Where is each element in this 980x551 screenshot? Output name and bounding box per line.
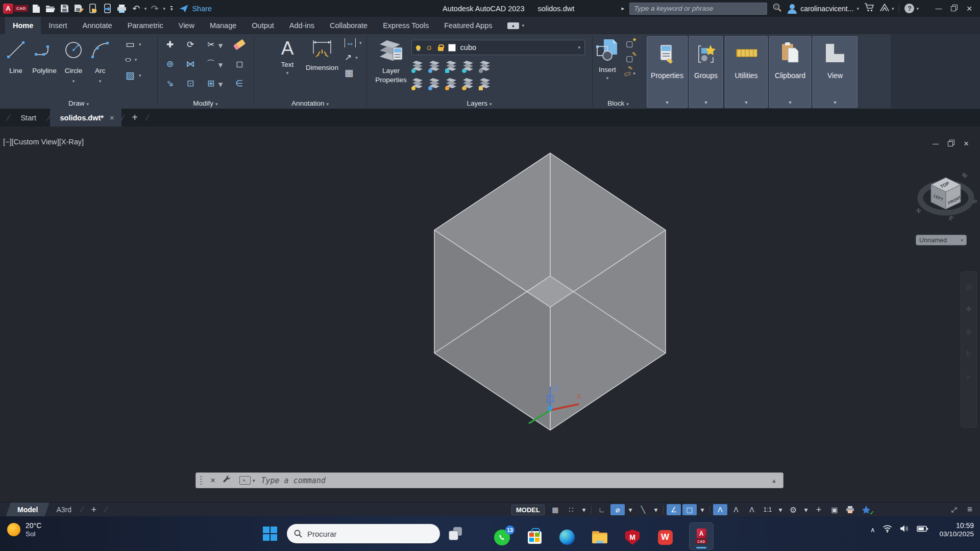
- tab-annotate[interactable]: Annotate: [75, 17, 120, 34]
- orbit-icon[interactable]: ↻: [966, 349, 972, 359]
- tab-parametric[interactable]: Parametric: [120, 17, 171, 34]
- erase-icon[interactable]: [233, 38, 246, 51]
- tab-featured-apps[interactable]: Featured Apps: [436, 17, 500, 34]
- tab-express-tools[interactable]: Express Tools: [375, 17, 436, 34]
- panel-view-collapsed[interactable]: View ▾: [813, 36, 857, 108]
- layer-color-swatch[interactable]: [448, 44, 456, 52]
- annotation-scale-value[interactable]: 1:1: [761, 504, 775, 515]
- customization-menu-icon[interactable]: ≡: [963, 504, 977, 515]
- text-dropdown-icon[interactable]: ▾: [286, 70, 289, 76]
- layer-on-all-tool[interactable]: [411, 76, 424, 90]
- ribbon-collapse-icon[interactable]: ▲: [507, 22, 520, 29]
- edit-attributes-tool[interactable]: ▭✎▾: [624, 69, 635, 78]
- file-tab-start[interactable]: Start: [9, 114, 47, 122]
- file-tab-active[interactable]: solidos.dwt* ×: [50, 109, 121, 127]
- annotation-visibility-icon[interactable]: Λ: [713, 504, 727, 515]
- viewport-controls-label[interactable]: [−][Custom View][X-Ray]: [3, 138, 84, 146]
- edit-block-icon[interactable]: ▢✎: [626, 54, 633, 63]
- annotation-scale-icon[interactable]: Λ: [745, 504, 759, 515]
- circle-dropdown-icon[interactable]: ▾: [72, 79, 75, 84]
- panel-groups-collapsed[interactable]: Groups ▾: [689, 36, 723, 108]
- navigation-wheel-icon[interactable]: ◎: [965, 282, 972, 291]
- wps-office-icon[interactable]: W: [656, 529, 674, 546]
- command-history-icon[interactable]: ▲: [771, 478, 779, 484]
- save-icon[interactable]: [59, 3, 71, 15]
- layer-lock-tool[interactable]: [462, 59, 474, 73]
- layer-unlock-icon[interactable]: [438, 47, 444, 51]
- command-input[interactable]: [260, 475, 771, 486]
- tab-output[interactable]: Output: [244, 17, 282, 34]
- customize-command-icon[interactable]: [223, 475, 231, 486]
- ucs-icon[interactable]: Z X: [521, 382, 592, 433]
- fillet-icon[interactable]: ⌒: [204, 58, 217, 70]
- open-from-mobile-icon[interactable]: [102, 3, 114, 15]
- save-to-mobile-icon[interactable]: [87, 3, 100, 15]
- snap-dropdown-icon[interactable]: ▾: [580, 504, 588, 515]
- autocad-app-icon[interactable]: A CAD: [3, 4, 28, 14]
- ellipse-dropdown-icon[interactable]: ▾: [135, 57, 137, 62]
- taskbar-search[interactable]: Procurar: [287, 524, 440, 543]
- mcafee-icon[interactable]: M: [624, 529, 641, 546]
- layer-thaw-tool[interactable]: [445, 76, 457, 90]
- osnap-dropdown-icon[interactable]: ▾: [698, 504, 706, 515]
- gear-dropdown-icon[interactable]: ▾: [802, 504, 810, 515]
- workspace-gear-icon[interactable]: ⚙: [786, 504, 800, 515]
- new-file-icon[interactable]: [30, 3, 42, 15]
- restore-button[interactable]: [946, 4, 962, 13]
- grid-display-icon[interactable]: ▦: [548, 504, 562, 515]
- polar-tracking-icon[interactable]: ⌀: [610, 504, 625, 515]
- panel-properties-collapsed[interactable]: Properties ▾: [647, 36, 688, 108]
- copy-icon[interactable]: ⊚: [163, 58, 177, 70]
- volume-icon[interactable]: [900, 524, 909, 535]
- ellipse-tool[interactable]: ○▾: [126, 55, 154, 64]
- tab-addins[interactable]: Add-ins: [282, 17, 322, 34]
- explode-icon[interactable]: ◻: [233, 58, 246, 70]
- viewcube[interactable]: W S E N TOP LEFT FRONT: [913, 167, 979, 226]
- clean-screen-icon[interactable]: ⤢: [947, 504, 961, 515]
- autodesk-apps-menu[interactable]: ▾: [879, 3, 894, 14]
- array-icon[interactable]: ⊞: [204, 77, 217, 89]
- trim-dropdown-icon[interactable]: ▾: [217, 39, 224, 52]
- graphics-performance-icon[interactable]: ✓: [859, 504, 873, 515]
- layer-sun-icon[interactable]: ☼: [425, 42, 433, 53]
- leader-tool[interactable]: ↗▾: [345, 52, 365, 63]
- viewport-restore-icon[interactable]: [948, 139, 954, 148]
- close-button[interactable]: ×: [962, 3, 977, 14]
- autoscale-icon[interactable]: Λ: [729, 504, 743, 515]
- insert-dropdown-icon[interactable]: ▾: [606, 76, 609, 81]
- line-tool[interactable]: Line: [3, 39, 29, 74]
- scale-dropdown-icon[interactable]: ▾: [776, 504, 785, 515]
- panel-utilities-collapsed[interactable]: Utilities ▾: [725, 36, 768, 108]
- offset-icon[interactable]: ∈: [233, 77, 246, 89]
- named-view-selector[interactable]: Unnamed ▾: [916, 235, 967, 245]
- new-layout-button[interactable]: +: [88, 505, 100, 515]
- panel-clipboard-collapsed[interactable]: Clipboard ▾: [769, 36, 811, 108]
- tab-insert[interactable]: Insert: [41, 17, 75, 34]
- layer-paint-tool[interactable]: [479, 76, 491, 90]
- isometric-dropdown-icon[interactable]: ▾: [652, 504, 660, 515]
- viewport-close-icon[interactable]: ×: [964, 139, 969, 149]
- tab-collaborate[interactable]: Collaborate: [322, 17, 375, 34]
- rectangle-tool[interactable]: ▭▾: [126, 38, 154, 50]
- attributes-dropdown-icon[interactable]: ▾: [633, 71, 635, 76]
- recent-commands-icon[interactable]: >_: [239, 476, 251, 485]
- hatch-dropdown-icon[interactable]: ▾: [139, 73, 141, 78]
- file-tab-close-icon[interactable]: ×: [110, 113, 114, 122]
- share-plane-icon[interactable]: [178, 3, 190, 15]
- title-expand-icon[interactable]: ▸: [622, 5, 625, 12]
- open-file-icon[interactable]: [44, 3, 57, 15]
- layer-properties-tool[interactable]: Layer Properties: [375, 38, 407, 83]
- help-menu[interactable]: ? ▾: [904, 4, 919, 13]
- object-snap-tracking-icon[interactable]: ∠: [667, 504, 681, 515]
- status-plus-icon[interactable]: +: [812, 504, 826, 515]
- trim-icon[interactable]: ✂: [204, 38, 217, 51]
- arc-dropdown-icon[interactable]: ▾: [99, 79, 102, 84]
- viewport-minimize-icon[interactable]: —: [933, 140, 939, 147]
- ortho-mode-icon[interactable]: ∟: [595, 504, 609, 515]
- fillet-dropdown-icon[interactable]: ▾: [217, 59, 224, 71]
- panel-title-block[interactable]: Block▾: [592, 99, 644, 107]
- cart-icon[interactable]: [864, 3, 874, 14]
- isolate-objects-icon[interactable]: ▣: [827, 504, 842, 515]
- recent-commands-dropdown-icon[interactable]: ▾: [253, 478, 255, 483]
- start-button[interactable]: [261, 525, 279, 542]
